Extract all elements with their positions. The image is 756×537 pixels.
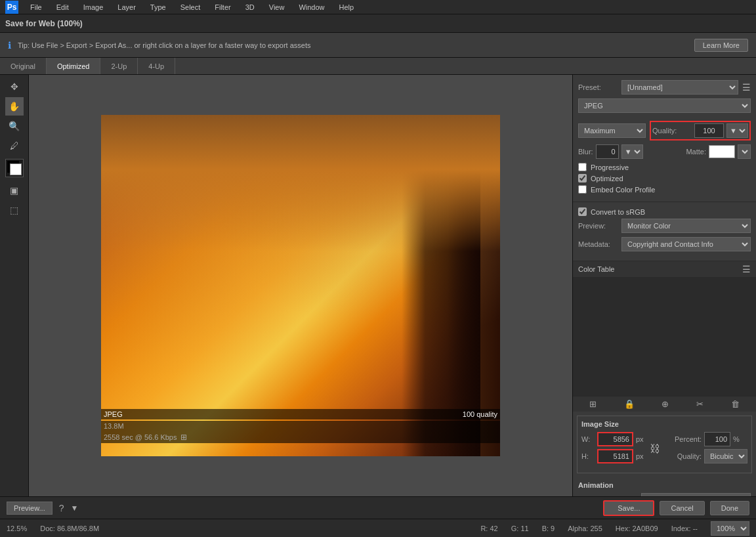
ct-resize-icon[interactable]: ⊞ bbox=[589, 399, 597, 409]
embed-color-label: Embed Color Profile bbox=[591, 186, 655, 194]
tabs-bar: Original Optimized 2-Up 4-Up bbox=[0, 58, 756, 75]
preview-button[interactable]: Preview... bbox=[7, 502, 52, 515]
tab-optimized[interactable]: Optimized bbox=[47, 58, 101, 74]
b-value: B: 9 bbox=[542, 525, 555, 532]
menu-file[interactable]: File bbox=[28, 2, 45, 12]
ct-slice-icon[interactable]: ✂ bbox=[696, 399, 704, 409]
menu-type[interactable]: Type bbox=[148, 2, 169, 12]
tab-2up[interactable]: 2-Up bbox=[100, 58, 138, 74]
menu-bar: Ps File Edit Image Layer Type Select Fil… bbox=[0, 0, 756, 14]
app-icon: Ps bbox=[5, 1, 18, 14]
help-icon[interactable]: ? bbox=[59, 503, 64, 513]
marquee-tool[interactable]: ⬚ bbox=[5, 201, 24, 219]
menu-3d[interactable]: 3D bbox=[243, 2, 257, 12]
optimized-checkbox[interactable] bbox=[578, 174, 587, 183]
quality-input[interactable] bbox=[694, 123, 724, 138]
canvas-format-label: JPEG bbox=[104, 410, 123, 418]
preview-label: Preview: bbox=[578, 222, 618, 230]
preset-select[interactable]: [Unnamed] bbox=[621, 80, 738, 95]
blur-matte-row: Blur: ▼ Matte: ▼ bbox=[578, 144, 751, 159]
menu-edit[interactable]: Edit bbox=[54, 2, 72, 12]
optimized-label: Optimized bbox=[591, 175, 623, 183]
link-proportions-icon[interactable]: ⛓ bbox=[650, 443, 660, 455]
width-row: W: px bbox=[581, 432, 644, 446]
move-tool[interactable]: ✥ bbox=[5, 77, 24, 96]
done-button[interactable]: Done bbox=[710, 501, 749, 515]
dark-figure bbox=[402, 115, 480, 456]
quality-dropdown[interactable]: ▼ bbox=[726, 123, 748, 138]
tip-text: Tip: Use File > Export > Export As... or… bbox=[18, 41, 688, 49]
looping-select[interactable]: Once bbox=[641, 493, 751, 496]
doc-info-label: Doc: 86.8M/86.8M bbox=[40, 525, 99, 532]
quality-row-label: Quality: bbox=[665, 452, 702, 460]
convert-srgb-row: Convert to sRGB bbox=[578, 207, 751, 216]
preset-settings-icon[interactable]: ☰ bbox=[742, 82, 751, 93]
convert-srgb-checkbox[interactable] bbox=[578, 207, 587, 216]
arrow-down-icon[interactable]: ▼ bbox=[70, 504, 78, 513]
right-panel: Preset: [Unnamed] ☰ JPEG Maximum bbox=[572, 75, 756, 496]
status-bar: 12.5% Doc: 86.8M/86.8M R: 42 G: 11 B: 9 … bbox=[0, 519, 756, 537]
tab-original[interactable]: Original bbox=[0, 58, 47, 74]
g-value: G: 11 bbox=[511, 525, 529, 532]
image-size-title: Image Size bbox=[581, 420, 747, 428]
blur-label: Blur: bbox=[578, 148, 593, 156]
preset-row: Preset: [Unnamed] ☰ bbox=[578, 80, 751, 95]
width-input[interactable] bbox=[597, 432, 633, 446]
bottom-zoom-label: 12.5% bbox=[7, 525, 27, 532]
metadata-label: Metadata: bbox=[578, 240, 618, 248]
animation-section: Animation Looping Options: Once ⏮ ◀ ▶ ▶|… bbox=[573, 477, 756, 496]
hand-tool[interactable]: ✋ bbox=[5, 97, 24, 116]
blur-dropdown[interactable]: ▼ bbox=[621, 144, 643, 159]
percent-label: Percent: bbox=[665, 435, 702, 443]
ct-add-icon[interactable]: ⊕ bbox=[662, 399, 669, 409]
canvas-quality-label: 100 quality bbox=[463, 410, 497, 418]
quality-method-select[interactable]: Bicubic bbox=[704, 449, 747, 463]
metadata-select[interactable]: Copyright and Contact Info bbox=[621, 237, 751, 251]
menu-help[interactable]: Help bbox=[337, 2, 357, 12]
embed-color-checkbox[interactable] bbox=[578, 185, 587, 194]
image-size-section: Image Size W: px H: px bbox=[577, 416, 752, 473]
ct-lock-icon[interactable]: 🔒 bbox=[624, 399, 635, 409]
matte-dropdown[interactable]: ▼ bbox=[738, 144, 751, 159]
percent-row: Percent: % bbox=[665, 432, 747, 446]
compression-quality-row: Maximum Quality: ▼ bbox=[578, 121, 751, 140]
menu-filter[interactable]: Filter bbox=[212, 2, 233, 12]
matte-color-swatch[interactable] bbox=[709, 145, 735, 158]
height-input[interactable] bbox=[597, 449, 633, 463]
cancel-button[interactable]: Cancel bbox=[660, 501, 704, 515]
percent-input[interactable] bbox=[704, 432, 730, 446]
ct-delete-icon[interactable]: 🗑 bbox=[731, 399, 740, 409]
learn-more-button[interactable]: Learn More bbox=[694, 39, 748, 52]
progressive-checkbox[interactable] bbox=[578, 163, 587, 171]
zoom-tool[interactable]: 🔍 bbox=[5, 117, 24, 135]
blur-input[interactable] bbox=[596, 144, 619, 159]
action-buttons: Save... Cancel Done bbox=[603, 500, 749, 516]
metadata-row: Metadata: Copyright and Contact Info bbox=[578, 237, 751, 251]
zoom-select[interactable]: 100% bbox=[711, 521, 749, 536]
format-select[interactable]: JPEG bbox=[578, 98, 751, 113]
canvas-container: JPEG 100 quality 13.8M 2558 sec @ 56.6 K… bbox=[101, 115, 500, 456]
eyedropper-tool[interactable]: 🖊 bbox=[5, 137, 24, 155]
expand-icon[interactable]: ⊞ bbox=[180, 433, 187, 442]
height-label: H: bbox=[581, 452, 595, 460]
slice-tool[interactable]: ▣ bbox=[5, 181, 24, 200]
preview-select[interactable]: Monitor Color bbox=[621, 219, 751, 233]
menu-select[interactable]: Select bbox=[178, 2, 203, 12]
canvas-area: JPEG 100 quality 13.8M 2558 sec @ 56.6 K… bbox=[29, 75, 572, 496]
main-layout: ✥ ✋ 🔍 🖊 ▣ ⬚ JPEG 100 quality 13.8M 2558 bbox=[0, 75, 756, 496]
quality-row: Quality: Bicubic bbox=[665, 449, 747, 463]
tip-bar: ℹ Tip: Use File > Export > Export As... … bbox=[0, 33, 756, 58]
compression-select[interactable]: Maximum bbox=[578, 123, 646, 138]
menu-window[interactable]: Window bbox=[296, 2, 327, 12]
menu-image[interactable]: Image bbox=[81, 2, 106, 12]
save-button[interactable]: Save... bbox=[603, 500, 654, 516]
tab-4up[interactable]: 4-Up bbox=[138, 58, 175, 74]
percent-unit: % bbox=[733, 435, 740, 443]
color-table-settings-icon[interactable]: ☰ bbox=[742, 264, 751, 274]
format-row: JPEG bbox=[578, 98, 751, 117]
menu-view[interactable]: View bbox=[266, 2, 287, 12]
color-swatch[interactable] bbox=[5, 159, 24, 177]
canvas-time-label: 2558 sec @ 56.6 Kbps bbox=[104, 433, 177, 441]
index-value: Index: -- bbox=[671, 525, 698, 532]
menu-layer[interactable]: Layer bbox=[115, 2, 138, 12]
